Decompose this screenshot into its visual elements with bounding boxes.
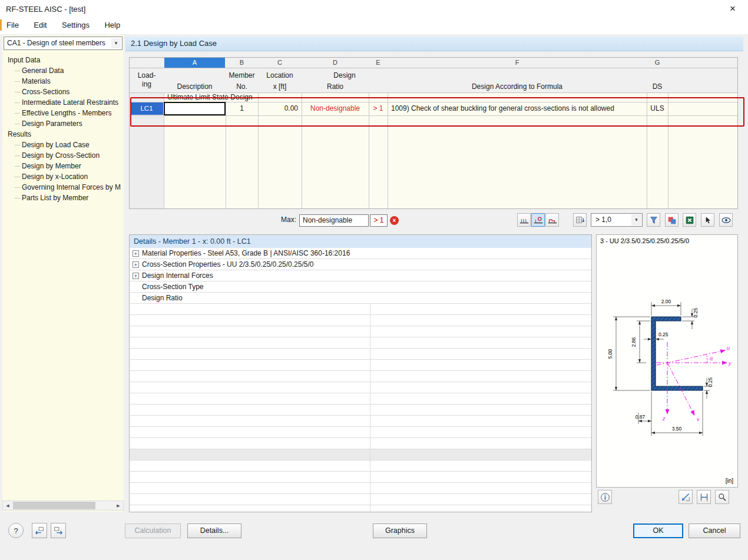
dim-web-thickness: 0.25 xyxy=(658,332,668,337)
table-header-row: Load- ing Description Member No. Locatio… xyxy=(130,68,737,93)
column-letter-d[interactable]: D xyxy=(302,58,368,68)
tree-item-effective-lengths[interactable]: Effective Lengths - Members xyxy=(2,108,124,118)
tree-item-parts-list-by-member[interactable]: Parts List by Member xyxy=(2,193,124,203)
expand-icon[interactable]: + xyxy=(133,273,139,279)
menu-file[interactable]: File xyxy=(0,18,25,32)
tree-item-design-by-member[interactable]: Design by Member xyxy=(2,161,124,171)
tree-item-design-parameters[interactable]: Design Parameters xyxy=(2,118,124,129)
tree-item-design-by-cross-section[interactable]: Design by Cross-Section xyxy=(2,150,124,161)
tree-item-general-data[interactable]: General Data xyxy=(2,65,124,76)
cell-design-ratio[interactable]: Non-designable xyxy=(302,102,369,115)
details-empty-grid xyxy=(130,304,591,512)
details-row-material[interactable]: + Material Properties - Steel A53, Grade… xyxy=(130,248,591,259)
section-axes xyxy=(656,342,727,415)
tree-line xyxy=(15,113,20,114)
tree-item-materials[interactable]: Materials xyxy=(2,76,124,87)
beam-results-icon xyxy=(519,215,529,226)
header-location-x: x [ft] xyxy=(258,82,302,91)
funnel-icon xyxy=(648,215,659,226)
transfer-right-icon xyxy=(53,525,64,536)
page-title: 2.1 Design by Load Case xyxy=(125,37,743,51)
header-loading-line1: Load- xyxy=(130,71,164,80)
cell-description[interactable] xyxy=(164,102,226,115)
close-icon[interactable]: × xyxy=(724,2,741,15)
expand-icon[interactable]: + xyxy=(133,250,139,257)
menu-settings[interactable]: Settings xyxy=(55,18,96,32)
tree-item-design-by-x-location[interactable]: Design by x-Location xyxy=(2,171,124,182)
window-title: RF-STEEL AISC - [test] xyxy=(6,5,85,14)
tree-line xyxy=(15,124,20,124)
beam-steps-icon xyxy=(547,215,558,226)
export-to-module-button[interactable] xyxy=(32,523,47,538)
cancel-button[interactable]: Cancel xyxy=(689,523,740,538)
section-info-button[interactable] xyxy=(598,490,612,504)
details-row-internal-forces[interactable]: + Design Internal Forces xyxy=(130,270,591,281)
tree-item-input-data[interactable]: Input Data xyxy=(2,55,124,65)
cell-ds[interactable]: ULS xyxy=(647,102,668,115)
tree-line xyxy=(15,166,20,167)
dimensioning-toggle-button[interactable] xyxy=(679,490,693,504)
max-flag-field: > 1 xyxy=(370,214,388,227)
ok-button[interactable]: OK xyxy=(633,523,683,538)
graphics-button[interactable]: Graphics xyxy=(373,523,427,538)
zoom-section-button[interactable] xyxy=(715,490,729,504)
dimension-icon xyxy=(699,492,709,502)
table-row[interactable]: LC1 1 0.00 Non-designable > 1 1009) Chec… xyxy=(130,102,737,115)
details-row-design-ratio[interactable]: Design Ratio xyxy=(130,293,591,304)
details-row-cross-section-properties[interactable]: + Cross-Section Properties - UU 2/3.5/0.… xyxy=(130,259,591,270)
details-row-cross-section-type[interactable]: Cross-Section Type xyxy=(130,281,591,293)
result-rows-extremes-button[interactable] xyxy=(545,213,559,227)
scroll-left-icon[interactable]: ◀ xyxy=(3,501,12,510)
details-column-divider xyxy=(370,304,370,512)
menu-edit[interactable]: Edit xyxy=(27,18,53,32)
scroll-right-icon[interactable]: ▶ xyxy=(114,501,123,510)
export-excel-button[interactable] xyxy=(683,213,696,227)
scrollbar-thumb[interactable] xyxy=(13,502,95,509)
chevron-down-icon[interactable]: ▾ xyxy=(111,38,121,48)
import-from-module-button[interactable] xyxy=(51,523,66,538)
transfer-left-icon xyxy=(34,525,45,536)
header-formula: Design According to Formula xyxy=(388,82,647,91)
cell-formula[interactable]: 1009) Check of shear buckling for genera… xyxy=(391,102,644,115)
tree-line xyxy=(15,187,20,188)
tree-item-design-by-load-case[interactable]: Design by Load Case xyxy=(2,140,124,150)
column-letter-a[interactable]: A xyxy=(164,58,225,68)
calculation-button[interactable]: Calculation xyxy=(125,523,181,538)
tree-item-cross-sections[interactable]: Cross-Sections xyxy=(2,87,124,97)
column-letter-b[interactable]: B xyxy=(226,58,257,68)
header-ratio: Ratio xyxy=(302,82,369,91)
menu-help[interactable]: Help xyxy=(98,18,127,32)
tree-item-intermediate-lateral-restraints[interactable]: Intermediate Lateral Restraints xyxy=(2,97,124,108)
sort-table-button[interactable] xyxy=(573,213,587,227)
result-rows-x-locations-button[interactable] xyxy=(531,213,545,227)
help-button[interactable]: ? xyxy=(8,523,24,538)
details-button[interactable]: Details... xyxy=(187,523,241,538)
chevron-down-icon[interactable]: ▾ xyxy=(631,214,641,226)
cell-location[interactable]: 0.00 xyxy=(258,102,298,115)
tree-item-governing-internal-forces[interactable]: Governing Internal Forces by M xyxy=(2,182,124,193)
dimension-lines-button[interactable] xyxy=(697,490,711,504)
ratio-filter-select[interactable]: > 1,0 ▾ xyxy=(591,213,643,227)
design-case-select[interactable]: CA1 - Design of steel members ▾ xyxy=(4,37,123,50)
view-results-button[interactable] xyxy=(719,213,733,227)
cell-loading-lc1[interactable]: LC1 xyxy=(130,102,163,115)
ruler-arrow-icon xyxy=(681,492,691,502)
navigator-hscrollbar[interactable]: ◀ ▶ xyxy=(2,501,124,511)
filter-button[interactable] xyxy=(647,213,660,227)
pick-object-button[interactable] xyxy=(701,213,714,227)
column-letter-f[interactable]: F xyxy=(388,58,646,68)
dim-top-width: 2.00 xyxy=(661,299,671,304)
eye-icon xyxy=(721,215,732,226)
result-rows-members-button[interactable] xyxy=(517,213,531,227)
column-letter-c[interactable]: C xyxy=(259,58,301,68)
cell-ratio-flag[interactable]: > 1 xyxy=(369,102,388,115)
cell-member-no[interactable]: 1 xyxy=(226,102,258,115)
tree-item-results[interactable]: Results xyxy=(2,129,124,140)
expand-icon[interactable]: + xyxy=(133,261,139,268)
colored-results-button[interactable] xyxy=(665,213,679,227)
column-letter-e[interactable]: E xyxy=(369,58,387,68)
magnifier-icon xyxy=(717,492,727,502)
header-member-no: No. xyxy=(226,82,258,91)
column-letter-g[interactable]: G xyxy=(647,58,667,68)
tree-line xyxy=(15,81,20,82)
